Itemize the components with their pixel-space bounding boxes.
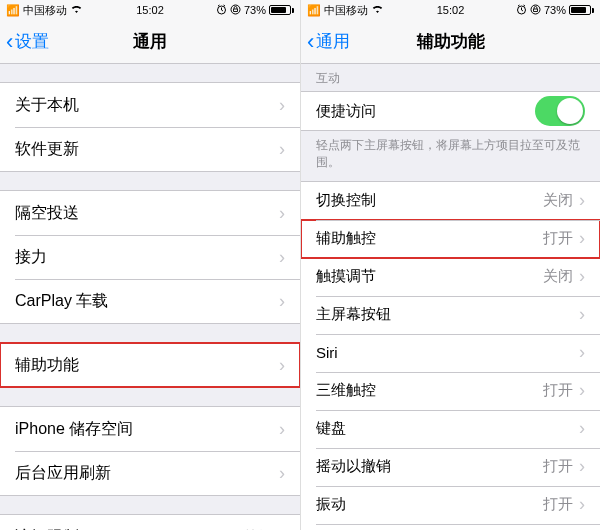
back-label: 通用 [316, 30, 350, 53]
chevron-right-icon: › [279, 139, 285, 160]
back-button[interactable]: ‹ 通用 [301, 30, 350, 53]
status-bar: 📶 中国移动 15:02 73% [301, 0, 600, 20]
chevron-right-icon: › [579, 304, 585, 325]
chevron-right-icon: › [579, 456, 585, 477]
rotation-lock-icon [230, 4, 241, 17]
chevron-right-icon: › [579, 494, 585, 515]
row-storage[interactable]: iPhone 储存空间 › [0, 407, 300, 451]
row-background-refresh[interactable]: 后台应用刷新 › [0, 451, 300, 495]
signal-icon: 📶 [6, 4, 20, 17]
row-home-button[interactable]: 主屏幕按钮 › [301, 296, 600, 334]
chevron-left-icon: ‹ [6, 31, 13, 53]
chevron-left-icon: ‹ [307, 31, 314, 53]
row-about[interactable]: 关于本机 › [0, 83, 300, 127]
alarm-icon [216, 4, 227, 17]
battery-pct: 73% [544, 4, 566, 16]
row-switch-control[interactable]: 切换控制 关闭 › [301, 182, 600, 220]
status-bar: 📶 中国移动 15:02 73% [0, 0, 300, 20]
row-siri[interactable]: Siri › [301, 334, 600, 372]
chevron-right-icon: › [579, 228, 585, 249]
chevron-right-icon: › [579, 266, 585, 287]
screen-accessibility: 📶 中国移动 15:02 73% ‹ 通用 [300, 0, 600, 530]
signal-icon: 📶 [307, 4, 321, 17]
chevron-right-icon: › [279, 463, 285, 484]
row-accessibility[interactable]: 辅助功能 › [0, 343, 300, 387]
chevron-right-icon: › [279, 247, 285, 268]
row-touch-accommodations[interactable]: 触摸调节 关闭 › [301, 258, 600, 296]
carrier-label: 中国移动 [324, 3, 368, 18]
row-shake-to-undo[interactable]: 摇动以撤销 打开 › [301, 448, 600, 486]
chevron-right-icon: › [279, 95, 285, 116]
nav-bar: ‹ 设置 通用 [0, 20, 300, 64]
rotation-lock-icon [530, 4, 541, 17]
wifi-icon [371, 4, 384, 16]
alarm-icon [516, 4, 527, 17]
chevron-right-icon: › [579, 380, 585, 401]
carrier-label: 中国移动 [23, 3, 67, 18]
battery-pct: 73% [244, 4, 266, 16]
row-software-update[interactable]: 软件更新 › [0, 127, 300, 171]
chevron-right-icon: › [279, 203, 285, 224]
battery-icon [569, 5, 594, 15]
content-scroll[interactable]: 关于本机 › 软件更新 › 隔空投送 › 接力 › C [0, 64, 300, 530]
chevron-right-icon: › [579, 190, 585, 211]
row-3d-touch[interactable]: 三维触控 打开 › [301, 372, 600, 410]
chevron-right-icon: › [279, 419, 285, 440]
row-airdrop[interactable]: 隔空投送 › [0, 191, 300, 235]
chevron-right-icon: › [579, 342, 585, 363]
reachability-note: 轻点两下主屏幕按钮，将屏幕上方项目拉至可及范围。 [301, 131, 600, 181]
nav-bar: ‹ 通用 辅助功能 [301, 20, 600, 64]
battery-icon [269, 5, 294, 15]
back-label: 设置 [15, 30, 49, 53]
row-vibration[interactable]: 振动 打开 › [301, 486, 600, 524]
row-carplay[interactable]: CarPlay 车载 › [0, 279, 300, 323]
back-button[interactable]: ‹ 设置 [0, 30, 49, 53]
row-assistive-touch[interactable]: 辅助触控 打开 › [301, 220, 600, 258]
row-keyboard[interactable]: 键盘 › [301, 410, 600, 448]
screen-general-settings: 📶 中国移动 15:02 73% ‹ 设置 [0, 0, 300, 530]
row-handoff[interactable]: 接力 › [0, 235, 300, 279]
chevron-right-icon: › [279, 355, 285, 376]
toggle-on-icon[interactable] [535, 96, 585, 126]
chevron-right-icon: › [279, 291, 285, 312]
row-call-audio-routing[interactable]: 音频通话方式 自动 › [301, 524, 600, 530]
row-reachability[interactable]: 便捷访问 [301, 92, 600, 130]
section-header-interaction: 互动 [301, 64, 600, 91]
content-scroll[interactable]: 互动 便捷访问 轻点两下主屏幕按钮，将屏幕上方项目拉至可及范围。 切换控制 关闭… [301, 64, 600, 530]
chevron-right-icon: › [279, 527, 285, 531]
wifi-icon [70, 4, 83, 16]
row-restrictions[interactable]: 访问限制 关闭 › [0, 515, 300, 530]
chevron-right-icon: › [579, 418, 585, 439]
